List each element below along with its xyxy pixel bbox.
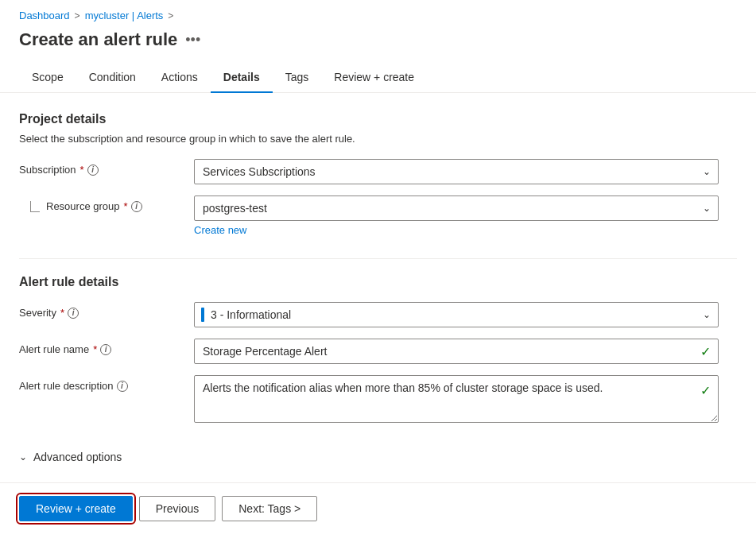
resource-group-required: * — [124, 200, 128, 212]
breadcrumb-sep-1: > — [75, 10, 80, 21]
alert-rule-name-input-wrap: ✓ — [194, 339, 719, 364]
resource-group-dropdown[interactable]: postgres-test — [194, 196, 719, 221]
previous-button[interactable]: Previous — [139, 496, 215, 521]
severity-label: Severity * i — [19, 302, 194, 319]
alert-rule-description-row: Alert rule description i Alerts the noti… — [19, 375, 737, 425]
tab-scope[interactable]: Scope — [19, 63, 76, 93]
severity-required: * — [60, 307, 64, 319]
footer: Review + create Previous Next: Tags > — [0, 482, 756, 534]
subscription-dropdown-wrapper: Services Subscriptions ⌄ — [194, 159, 719, 184]
alert-rule-name-info-icon[interactable]: i — [100, 344, 111, 355]
advanced-options-chevron-icon: ⌄ — [19, 451, 27, 463]
alert-rule-name-control: ✓ — [194, 339, 719, 364]
alert-rule-name-row: Alert rule name * i ✓ — [19, 339, 737, 364]
section-divider — [19, 258, 737, 259]
alert-rule-name-input[interactable] — [194, 339, 719, 364]
severity-chevron-icon: ⌄ — [703, 309, 711, 320]
resource-group-label: Resource group * i — [19, 196, 194, 212]
tab-condition[interactable]: Condition — [76, 63, 149, 93]
page-header: Create an alert rule ••• — [0, 26, 756, 63]
severity-dropdown[interactable]: 3 - Informational ⌄ — [194, 302, 719, 327]
main-content: Project details Select the subscription … — [0, 112, 756, 463]
alert-rule-name-required: * — [93, 343, 97, 355]
tab-review-create[interactable]: Review + create — [321, 63, 427, 93]
resource-group-row: Resource group * i postgres-test ⌄ Creat… — [19, 196, 737, 236]
resource-group-control: postgres-test ⌄ Create new — [194, 196, 719, 236]
severity-bar-icon — [201, 308, 204, 322]
severity-row: Severity * i 3 - Informational ⌄ — [19, 302, 737, 327]
tab-details[interactable]: Details — [211, 63, 273, 93]
review-create-button[interactable]: Review + create — [19, 496, 133, 521]
breadcrumb: Dashboard > mycluster | Alerts > — [0, 0, 756, 26]
subscription-required: * — [80, 164, 84, 176]
alert-rule-description-label: Alert rule description i — [19, 375, 194, 392]
more-options-icon[interactable]: ••• — [185, 32, 200, 48]
breadcrumb-sep-2: > — [168, 10, 173, 21]
severity-info-icon[interactable]: i — [68, 308, 79, 319]
tab-actions[interactable]: Actions — [149, 63, 211, 93]
breadcrumb-cluster[interactable]: mycluster | Alerts — [85, 10, 164, 21]
subscription-control: Services Subscriptions ⌄ — [194, 159, 719, 184]
tree-line — [30, 201, 40, 212]
subscription-row: Subscription * i Services Subscriptions … — [19, 159, 737, 184]
alert-rule-details-section: Alert rule details Severity * i 3 - Info… — [19, 275, 737, 425]
alert-rule-description-control: Alerts the notification alias when more … — [194, 375, 719, 425]
project-details-desc: Select the subscription and resource gro… — [19, 133, 737, 145]
alert-rule-name-check-icon: ✓ — [700, 344, 711, 359]
alert-rule-name-label: Alert rule name * i — [19, 339, 194, 355]
tab-tags[interactable]: Tags — [273, 63, 322, 93]
resource-group-indent: Resource group * i — [30, 200, 142, 212]
severity-control: 3 - Informational ⌄ — [194, 302, 719, 327]
alert-rule-details-title: Alert rule details — [19, 275, 737, 289]
tabs-nav: Scope Condition Actions Details Tags Rev… — [0, 63, 756, 93]
project-details-title: Project details — [19, 112, 737, 126]
advanced-options-toggle[interactable]: ⌄ Advanced options — [19, 447, 737, 463]
severity-dropdown-wrap: 3 - Informational ⌄ — [194, 302, 719, 327]
advanced-options-label: Advanced options — [33, 451, 122, 463]
subscription-dropdown[interactable]: Services Subscriptions — [194, 159, 719, 184]
next-tags-button[interactable]: Next: Tags > — [222, 496, 317, 521]
alert-rule-description-textarea[interactable]: Alerts the notification alias when more … — [194, 375, 719, 423]
page-title: Create an alert rule — [19, 29, 177, 50]
breadcrumb-dashboard[interactable]: Dashboard — [19, 10, 70, 21]
alert-rule-description-info-icon[interactable]: i — [117, 381, 128, 392]
project-details-section: Project details Select the subscription … — [19, 112, 737, 236]
create-new-link[interactable]: Create new — [194, 224, 246, 236]
resource-group-info-icon[interactable]: i — [131, 201, 142, 212]
severity-value: 3 - Informational — [211, 308, 291, 321]
alert-rule-description-textarea-wrap: Alerts the notification alias when more … — [194, 375, 719, 425]
subscription-info-icon[interactable]: i — [87, 165, 99, 176]
resource-group-dropdown-wrapper: postgres-test ⌄ — [194, 196, 719, 221]
subscription-label: Subscription * i — [19, 159, 194, 176]
alert-rule-description-check-icon: ✓ — [700, 383, 711, 398]
